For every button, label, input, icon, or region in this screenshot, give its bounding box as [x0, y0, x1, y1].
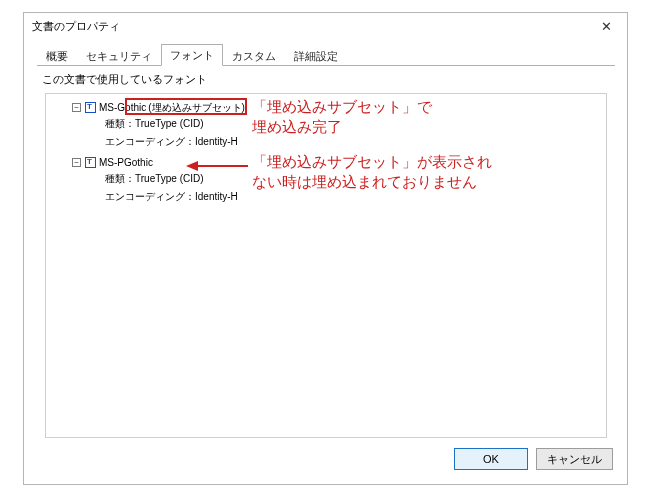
tab-strip: 概要 セキュリティ フォント カスタム 詳細設定 — [37, 45, 627, 65]
font-name-label: MS-Gothic — [99, 102, 146, 113]
tab-advanced[interactable]: 詳細設定 — [285, 45, 347, 66]
font-encoding-label: エンコーディング：Identity-H — [105, 133, 602, 151]
truetype-icon — [85, 157, 96, 168]
dialog-button-row: OK キャンセル — [24, 448, 627, 482]
embed-subset-label: (埋め込みサブセット) — [148, 101, 245, 115]
tree-toggle-icon[interactable]: − — [72, 158, 81, 167]
close-icon: ✕ — [601, 19, 612, 34]
ok-button[interactable]: OK — [454, 448, 528, 470]
tab-overview[interactable]: 概要 — [37, 45, 77, 66]
tree-toggle-icon[interactable]: − — [72, 103, 81, 112]
font-item-ms-gothic[interactable]: − MS-Gothic (埋め込みサブセット) — [72, 100, 602, 115]
dialog-title: 文書のプロパティ — [32, 19, 593, 34]
tab-custom[interactable]: カスタム — [223, 45, 285, 66]
truetype-icon — [85, 102, 96, 113]
titlebar: 文書のプロパティ ✕ — [24, 13, 627, 39]
cancel-button[interactable]: キャンセル — [536, 448, 613, 470]
font-group-label: この文書で使用しているフォント — [42, 72, 615, 87]
tab-security[interactable]: セキュリティ — [77, 45, 161, 66]
close-button[interactable]: ✕ — [593, 16, 619, 36]
font-encoding-label: エンコーディング：Identity-H — [105, 188, 602, 206]
font-name-label: MS-PGothic — [99, 157, 153, 168]
tab-fonts[interactable]: フォント — [161, 44, 223, 66]
document-properties-dialog: 文書のプロパティ ✕ 概要 セキュリティ フォント カスタム 詳細設定 この文書… — [23, 12, 628, 485]
font-type-label: 種類：TrueType (CID) — [105, 115, 602, 133]
font-type-label: 種類：TrueType (CID) — [105, 170, 602, 188]
font-listbox[interactable]: − MS-Gothic (埋め込みサブセット) 種類：TrueType (CID… — [45, 93, 607, 438]
font-item-ms-pgothic[interactable]: − MS-PGothic — [72, 155, 602, 170]
fonts-tab-panel: この文書で使用しているフォント − MS-Gothic (埋め込みサブセット) … — [37, 65, 615, 438]
